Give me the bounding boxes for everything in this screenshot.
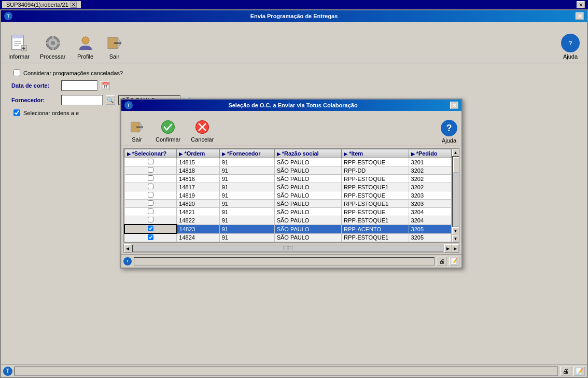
h-scroll-end-arrow[interactable]: ▶	[452, 244, 459, 253]
main-window: T Envia Programação de Entregas ✕ Inform…	[0, 9, 588, 378]
window-tab[interactable]: SUP34094(1):roberta/21 ✕	[2, 1, 81, 8]
row-checkbox-4[interactable]	[148, 192, 153, 198]
cell-razao-5: SÃO PAULO	[274, 200, 341, 208]
cell-fornecedor-4: 91	[219, 191, 274, 200]
supplier-search-icon[interactable]: 🔍	[106, 95, 115, 105]
cell-pedido-7: 3204	[409, 216, 451, 225]
cell-razao-1: SÃO PAULO	[274, 166, 341, 175]
row-checkbox-7[interactable]	[148, 217, 153, 222]
table-row[interactable]: 1482491SÃO PAULORPP-ESTOQUE13205	[124, 233, 452, 242]
cell-item-8: RPP-ACENTO	[342, 225, 409, 233]
table-scrollbar-h[interactable]: ◀ ⠿⠿⠿ ▶ ▶	[123, 244, 459, 253]
inform-button[interactable]: Informar	[5, 33, 33, 61]
profile-icon	[76, 34, 95, 52]
col-razao-label: *Razão social	[282, 150, 319, 157]
cell-ordem-2: 14816	[177, 175, 219, 183]
col-ordem-label: *Ordem	[184, 150, 205, 157]
row-checkbox-5[interactable]	[148, 200, 153, 206]
col-header-item[interactable]: ▶ *Item	[342, 149, 409, 158]
table-area: ▶ *Selecionar? ▶ *Ordem ▶	[123, 148, 459, 243]
cell-item-4: RPP-ESTOQUE	[342, 191, 409, 200]
svg-rect-13	[46, 42, 49, 44]
cell-item-2: RPP-ESTOQUE	[342, 175, 409, 183]
cell-ordem-6: 14821	[177, 208, 219, 216]
col-header-razao[interactable]: ▶ *Razão social	[274, 149, 341, 158]
cell-item-1: RPP-DD	[342, 166, 409, 175]
date-row: Data de corte: / / 📅	[11, 80, 577, 91]
col-header-ordem[interactable]: ▶ *Ordem	[177, 149, 219, 158]
cell-fornecedor-1: 91	[219, 166, 274, 175]
main-status-print-button[interactable]: 🖨	[560, 367, 571, 376]
help-button[interactable]: ? Ajuda	[558, 33, 583, 61]
cell-item-0: RPP-ESTOQUE	[342, 158, 409, 166]
table-row[interactable]: 1482291SÃO PAULORPP-ESTOQUE13204	[124, 216, 452, 225]
table-row[interactable]: 1481991SÃO PAULORPP-ESTOQUE3203	[124, 191, 452, 200]
date-input[interactable]: / /	[61, 80, 97, 91]
cell-pedido-6: 3204	[409, 208, 451, 216]
h-scroll-right-arrow[interactable]: ▶	[444, 244, 452, 253]
modal-cancel-button[interactable]: Cancelar	[188, 118, 217, 144]
h-scroll-left-arrow[interactable]: ◀	[124, 244, 131, 253]
process-button[interactable]: Processar	[37, 33, 69, 61]
modal-confirm-icon	[160, 119, 176, 135]
row-checkbox-3[interactable]	[148, 184, 153, 189]
table-row[interactable]: 1482091SÃO PAULORPP-ESTOQUE13203	[124, 200, 452, 208]
table-row[interactable]: 1481691SÃO PAULORPP-ESTOQUE3202	[124, 175, 452, 183]
exit-icon	[105, 34, 124, 52]
scroll-thumb[interactable]	[453, 157, 459, 173]
h-drag-icon: ⠿⠿⠿	[283, 246, 293, 251]
cell-fornecedor-9: 91	[219, 233, 274, 242]
main-status-text	[15, 367, 558, 376]
main-title-bar: T Envia Programação de Entregas ✕	[1, 10, 587, 22]
col-header-pedido[interactable]: ▶ *Pedido	[409, 149, 451, 158]
svg-point-15	[82, 37, 89, 44]
cell-ordem-1: 14818	[177, 166, 219, 175]
row-checkbox-6[interactable]	[148, 208, 153, 214]
scroll-end-arrow[interactable]: ▼	[452, 235, 459, 242]
cell-pedido-0: 3201	[409, 158, 451, 166]
modal-confirm-button[interactable]: Confirmar	[152, 118, 184, 144]
select-orders-checkbox[interactable]	[13, 109, 20, 116]
row-checkbox-0[interactable]	[148, 159, 153, 164]
row-checkbox-2[interactable]	[148, 175, 153, 181]
modal-help-button[interactable]: ? Ajuda	[441, 120, 457, 144]
modal-status-print-button[interactable]: 🖨	[437, 257, 447, 266]
table-row[interactable]: 1481591SÃO PAULORPP-ESTOQUE3201	[124, 158, 452, 166]
outer-window-close-button[interactable]: ✕	[577, 1, 585, 8]
modal-confirm-label: Confirmar	[156, 136, 180, 143]
svg-rect-12	[52, 47, 54, 50]
main-status-note-button[interactable]: 📝	[573, 367, 585, 376]
scroll-up-arrow[interactable]: ▲	[452, 149, 459, 156]
modal-exit-button[interactable]: Sair	[125, 118, 148, 144]
cell-item-9: RPP-ESTOQUE1	[342, 233, 409, 242]
consider-checkbox[interactable]	[13, 69, 20, 76]
scroll-track[interactable]	[452, 156, 459, 227]
svg-rect-1	[12, 35, 23, 38]
exit-button[interactable]: Sair	[102, 33, 127, 61]
scroll-down-arrow[interactable]: ▼	[452, 227, 459, 234]
supplier-input[interactable]: 91	[61, 95, 103, 105]
row-checkbox-9[interactable]	[148, 234, 153, 240]
table-row[interactable]: 1482391SÃO PAULORPP-ACENTO3205	[124, 225, 452, 233]
tab-close-button[interactable]: ✕	[71, 2, 77, 8]
modal-close-button[interactable]: ✕	[450, 102, 458, 109]
calendar-icon[interactable]: 📅	[101, 81, 110, 90]
row-checkbox-1[interactable]	[148, 167, 153, 173]
table-scrollbar-v[interactable]: ▲ ▼ ▼	[452, 149, 459, 242]
col-header-selecionar[interactable]: ▶ *Selecionar?	[124, 149, 177, 158]
inform-icon	[9, 34, 28, 52]
cell-pedido-3: 3202	[409, 183, 451, 191]
table-row[interactable]: 1481791SÃO PAULORPP-ESTOQUE13202	[124, 183, 452, 191]
cell-razao-3: SÃO PAULO	[274, 183, 341, 191]
col-header-fornecedor[interactable]: ▶ *Fornecedor	[219, 149, 274, 158]
date-label: Data de corte:	[11, 82, 58, 89]
h-scroll-track[interactable]: ⠿⠿⠿	[132, 245, 443, 252]
modal-status-note-button[interactable]: 📝	[449, 257, 459, 266]
process-label: Processar	[40, 53, 66, 60]
profile-button[interactable]: Profile	[73, 33, 98, 61]
row-checkbox-8[interactable]	[148, 226, 153, 231]
main-window-close-button[interactable]: ✕	[576, 12, 584, 20]
table-content: ▶ *Selecionar? ▶ *Ordem ▶	[124, 149, 459, 242]
table-row[interactable]: 1481891SÃO PAULORPP-DD3202	[124, 166, 452, 175]
table-row[interactable]: 1482191SÃO PAULORPP-ESTOQUE3204	[124, 208, 452, 216]
